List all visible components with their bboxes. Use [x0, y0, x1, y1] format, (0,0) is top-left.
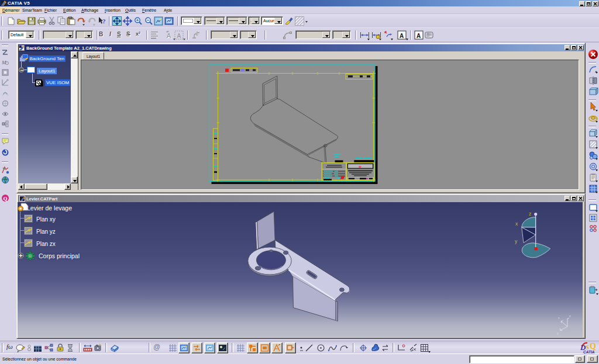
svg-text:y: y — [557, 331, 559, 335]
svg-text:z: z — [529, 211, 531, 217]
svg-text:A: A — [416, 33, 421, 39]
svg-text:Q: Q — [4, 196, 8, 202]
svg-text:?: ? — [102, 18, 106, 25]
svg-text:y: y — [515, 238, 518, 244]
svg-text:α·: α· — [359, 165, 362, 168]
svg-text:x: x — [515, 221, 518, 227]
svg-text:A: A — [167, 32, 171, 39]
svg-text:z: z — [569, 314, 571, 318]
svg-text:Q: Q — [590, 342, 596, 351]
svg-text:x: x — [558, 316, 560, 320]
svg-text:A: A — [400, 33, 404, 39]
svg-text:A: A — [177, 33, 181, 39]
